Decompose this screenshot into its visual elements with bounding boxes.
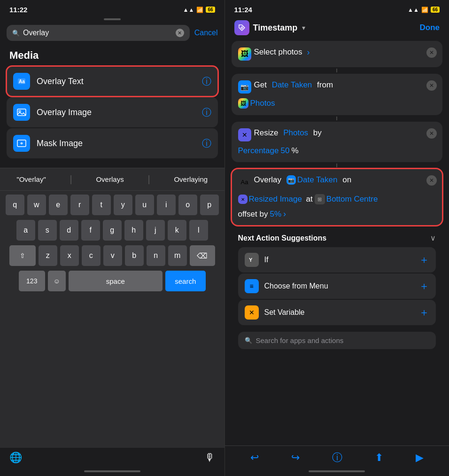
key-t[interactable]: t: [92, 195, 111, 215]
right-signal-icon: ▲▲: [408, 7, 419, 13]
key-m[interactable]: m: [168, 245, 187, 266]
choose-menu-add-button[interactable]: ＋: [419, 279, 429, 293]
select-photos-arrow[interactable]: ›: [307, 47, 310, 57]
get-date-close[interactable]: ✕: [426, 80, 437, 91]
key-b[interactable]: b: [125, 245, 144, 266]
search-icon: 🔍: [12, 30, 20, 37]
right-header: Timestamp ▾ Done: [225, 16, 449, 41]
search-key[interactable]: search: [165, 271, 206, 291]
key-w[interactable]: w: [27, 195, 46, 215]
overlay-word: Overlay: [254, 175, 284, 185]
key-d[interactable]: d: [60, 220, 78, 241]
key-k[interactable]: k: [168, 220, 186, 241]
clear-button[interactable]: ✕: [176, 29, 184, 37]
suggestion-exact[interactable]: "Overlay": [16, 175, 46, 183]
key-p[interactable]: p: [200, 195, 219, 215]
key-space[interactable]: space: [69, 271, 163, 291]
key-g[interactable]: g: [103, 220, 122, 241]
key-h[interactable]: h: [124, 220, 143, 241]
resize-close[interactable]: ✕: [426, 128, 437, 139]
key-e[interactable]: e: [49, 195, 68, 215]
key-z[interactable]: z: [39, 245, 57, 266]
key-j[interactable]: j: [146, 220, 165, 241]
overlay-text-info-icon[interactable]: ⓘ: [202, 75, 211, 88]
action-card-select-photos[interactable]: 🖼 Select photos › ✕: [232, 41, 443, 67]
suggestion-item-set-variable[interactable]: ✕ Set Variable ＋: [238, 300, 436, 325]
shortcut-app-icon: [234, 20, 249, 35]
key-123[interactable]: 123: [19, 271, 45, 291]
redo-button[interactable]: ↪: [291, 452, 300, 464]
search-actions-bar[interactable]: 🔍 Search for apps and actions: [238, 332, 436, 349]
cancel-button[interactable]: Cancel: [194, 29, 218, 37]
resized-image-text[interactable]: Resized Image: [249, 195, 302, 204]
wifi-icon: 📶: [196, 7, 203, 13]
key-f[interactable]: f: [81, 220, 100, 241]
photos-text[interactable]: Photos: [250, 99, 275, 108]
set-variable-icon: ✕: [245, 305, 259, 320]
key-x[interactable]: x: [60, 245, 79, 266]
percentage-text[interactable]: Percentage: [238, 146, 279, 156]
undo-button[interactable]: ↩: [250, 452, 259, 464]
key-emoji[interactable]: ☺: [48, 271, 66, 291]
left-status-icons: ▲▲ 📶 66: [183, 7, 215, 13]
key-s[interactable]: s: [38, 220, 57, 241]
title-chevron-icon[interactable]: ▾: [302, 24, 305, 31]
battery-badge: 66: [206, 7, 215, 13]
key-c[interactable]: c: [82, 245, 101, 266]
mask-image-info-icon[interactable]: ⓘ: [202, 137, 211, 150]
key-y[interactable]: y: [114, 195, 132, 215]
photos-icon-2: 🖼: [238, 98, 248, 109]
key-u[interactable]: u: [135, 195, 154, 215]
key-delete[interactable]: ⌫: [190, 245, 215, 266]
key-l[interactable]: l: [189, 220, 208, 241]
resize-photos-text[interactable]: Photos: [283, 128, 308, 138]
info-button[interactable]: ⓘ: [332, 451, 342, 465]
menu-item-overlay-image[interactable]: Overlay Image ⓘ: [7, 97, 218, 127]
key-o[interactable]: o: [178, 195, 197, 215]
set-variable-add-button[interactable]: ＋: [419, 305, 429, 320]
offset-arrow[interactable]: ›: [283, 209, 286, 219]
key-i[interactable]: i: [157, 195, 176, 215]
date-taken-text[interactable]: Date Taken: [272, 80, 312, 90]
suggestions-header: Next Action Suggestions ∨: [238, 234, 436, 242]
search-apps-text[interactable]: Search for apps and actions: [256, 336, 344, 344]
menu-item-overlay-text[interactable]: Aa Overlay Text ⓘ: [7, 66, 218, 96]
suggestion-overlaying[interactable]: Overlaying: [174, 175, 208, 183]
overlay-image-info-icon[interactable]: ⓘ: [202, 106, 211, 119]
offset-value[interactable]: 5%: [270, 210, 281, 219]
key-v[interactable]: v: [103, 245, 122, 266]
search-input-wrap[interactable]: 🔍 Overlay ✕: [7, 25, 190, 41]
key-a[interactable]: a: [16, 220, 35, 241]
connector-2: [336, 117, 337, 120]
play-button[interactable]: ▶: [416, 452, 424, 464]
bottom-centre-text[interactable]: Bottom Centre: [326, 195, 378, 204]
at-word: at: [304, 195, 313, 204]
action-card-get-date[interactable]: 📷 Get Date Taken from 🖼 Photos ✕: [232, 74, 443, 115]
key-r[interactable]: r: [70, 195, 89, 215]
search-input-text[interactable]: Overlay: [23, 29, 172, 37]
globe-icon[interactable]: 🌐: [9, 452, 22, 464]
suggestions-chevron-icon[interactable]: ∨: [430, 234, 436, 242]
menu-item-mask-image[interactable]: Mask Image ⓘ: [7, 128, 218, 158]
key-shift[interactable]: ⇧: [9, 245, 36, 266]
mic-icon[interactable]: 🎙: [205, 452, 215, 464]
key-q[interactable]: q: [6, 195, 24, 215]
suggestion-item-choose-menu[interactable]: ≡ Choose from Menu ＋: [238, 273, 436, 299]
connector-3: [336, 164, 337, 167]
fifty-text[interactable]: 50: [280, 146, 289, 156]
overlay-close[interactable]: ✕: [426, 175, 437, 186]
key-n[interactable]: n: [147, 245, 165, 266]
share-button[interactable]: ⬆: [375, 452, 383, 464]
menu-list: Aa Overlay Text ⓘ Overlay Image ⓘ: [0, 66, 224, 158]
date-taken-chip[interactable]: Date Taken: [297, 175, 338, 185]
done-button[interactable]: Done: [420, 23, 440, 32]
svg-text:Y: Y: [249, 257, 253, 263]
suggestion-item-if[interactable]: Y If ＋: [238, 247, 436, 273]
action-card-overlay-date[interactable]: Aa Overlay 📷 Date Taken on ✕ Resized Ima…: [232, 169, 443, 226]
mask-image-label: Mask Image: [37, 139, 195, 148]
resize-icon-2: ✕: [238, 195, 248, 204]
if-add-button[interactable]: ＋: [419, 253, 429, 267]
select-photos-close[interactable]: ✕: [426, 47, 437, 58]
suggestion-overlays[interactable]: Overlays: [96, 175, 124, 183]
action-card-resize[interactable]: ✕ Resize Photos by Percentage 50 % ✕: [232, 122, 443, 162]
